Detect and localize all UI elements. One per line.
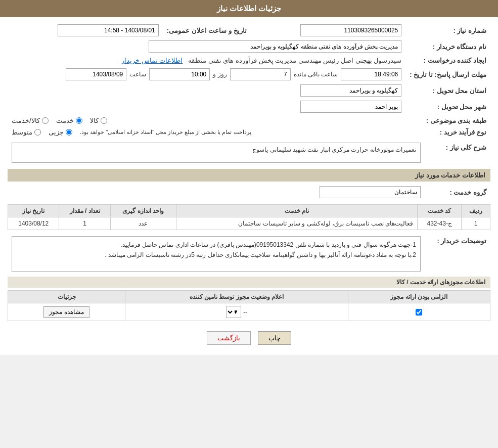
radio-jozii-input[interactable] bbox=[66, 129, 72, 136]
purchase-type-label: نوع فرآیند خرید : bbox=[405, 126, 490, 138]
radio-kala-khedmat: کالا/خدمت bbox=[12, 117, 49, 124]
cell-row: 1 bbox=[462, 217, 490, 230]
license-header-row: الزامی بودن ارائه مجوز اعلام وضعیت مجوز … bbox=[8, 291, 490, 303]
col-date: تاریخ نیاز bbox=[8, 205, 59, 217]
row-need-desc: شرح کلی نیاز : تعمیرات موتورخانه حرارت م… bbox=[8, 141, 490, 165]
row-creator: ایجاد کننده درخواست : سیدرسول بهجتی اصل … bbox=[8, 55, 490, 66]
required-checkbox[interactable] bbox=[416, 309, 422, 316]
row-purchase-type: نوع فرآیند خرید : متوسط جزیی پرداخت تمام… bbox=[8, 126, 490, 138]
radio-kala-khedmat-input[interactable] bbox=[42, 117, 49, 124]
cell-qty: 1 bbox=[59, 217, 110, 230]
deadline-date-input[interactable] bbox=[66, 68, 126, 80]
radio-kala: کالا bbox=[90, 117, 107, 124]
license-table-body: ▼ -- مشاهده مجوز bbox=[8, 303, 490, 321]
purchase-note: پرداخت تمام یا بخشی از مبلغ خریداز محل "… bbox=[80, 129, 251, 136]
license-row: ▼ -- مشاهده مجوز bbox=[8, 303, 490, 321]
deadline-time-input[interactable] bbox=[149, 68, 210, 80]
table-row: 1 ج-43-432 فعالیت‌های نصب تاسیسات برق، ل… bbox=[8, 217, 490, 230]
service-data-table: ردیف کد خدمت نام خدمت واحد اندازه گیری ت… bbox=[8, 204, 490, 230]
creator-value: سیدرسول بهجتی اصل رئیس مهندسی مدیریت پخش… bbox=[8, 55, 405, 66]
cell-unit: عدد bbox=[110, 217, 176, 230]
deadline-row: ساعت روز و ساعت باقی مانده bbox=[8, 66, 405, 82]
purchase-type-options: متوسط جزیی پرداخت تمام یا بخشی از مبلغ خ… bbox=[8, 126, 405, 138]
page-title: جزئیات اطلاعات نیاز bbox=[217, 4, 281, 13]
buyer-org-input[interactable] bbox=[149, 40, 401, 53]
province-input[interactable] bbox=[300, 84, 401, 97]
service-group-input[interactable] bbox=[320, 186, 421, 198]
view-license-button[interactable]: مشاهده مجوز bbox=[43, 306, 89, 318]
license-details: مشاهده مجوز bbox=[8, 303, 125, 321]
need-number-label: شماره نیاز : bbox=[405, 22, 490, 38]
buyer-org-value bbox=[8, 38, 405, 55]
license-status: ▼ -- bbox=[125, 303, 348, 321]
cell-code: ج-43-432 bbox=[418, 217, 462, 230]
buyer-desc-box: 1-جهت هرگونه سوال فنی و بازدید با شماره … bbox=[12, 236, 421, 272]
buyer-notes-table: توضیحات خریدار : 1-جهت هرگونه سوال فنی و… bbox=[8, 234, 490, 274]
city-label: شهر محل تحویل : bbox=[405, 99, 490, 115]
page-header: جزئیات اطلاعات نیاز bbox=[0, 0, 498, 17]
col-status: اعلام وضعیت مجوز توسط نامین کننده bbox=[125, 291, 348, 303]
status-select[interactable]: ▼ bbox=[226, 306, 241, 318]
buyer-org-label: نام دستگاه خریدار : bbox=[405, 38, 490, 55]
cell-date: 1403/08/12 bbox=[8, 217, 59, 230]
back-button[interactable]: بازگشت bbox=[207, 331, 251, 345]
col-details: جزئیات bbox=[8, 291, 125, 303]
radio-kala-input[interactable] bbox=[101, 117, 107, 124]
day-label: روز و bbox=[213, 71, 227, 78]
creator-link[interactable]: اطلاعات تماس خریدار bbox=[121, 57, 183, 64]
province-value bbox=[8, 82, 405, 99]
need-desc-table: شرح کلی نیاز : تعمیرات موتورخانه حرارت م… bbox=[8, 141, 490, 165]
announce-date-label: تاریخ و ساعت اعلان عمومی: bbox=[163, 22, 251, 38]
row-province: استان محل تحویل : bbox=[8, 82, 490, 99]
service-group-label: گروه خدمت : bbox=[425, 184, 490, 200]
col-required: الزامی بودن ارائه مجوز bbox=[348, 291, 490, 303]
remaining-label: ساعت باقی مانده bbox=[294, 71, 338, 78]
need-desc-label: شرح کلی نیاز : bbox=[425, 141, 490, 165]
license-table-header: الزامی بودن ارائه مجوز اعلام وضعیت مجوز … bbox=[8, 291, 490, 303]
row-city: شهر محل تحویل : bbox=[8, 99, 490, 115]
service-group-table: گروه خدمت : bbox=[8, 184, 490, 200]
row-deadline: مهلت ارسال پاسخ: تا تاریخ : ساعت روز و س… bbox=[8, 66, 490, 82]
need-number-value bbox=[251, 22, 406, 38]
row-category: طبقه بندی موضوعی : کالا/خدمت خدمت کالا bbox=[8, 115, 490, 126]
service-group-value bbox=[8, 184, 425, 200]
col-row: ردیف bbox=[462, 205, 490, 217]
need-number-input[interactable] bbox=[300, 24, 401, 36]
info-table: شماره نیاز : تاریخ و ساعت اعلان عمومی: ن… bbox=[8, 22, 490, 138]
buyer-notes-label: توضیحات خریدار : bbox=[425, 234, 490, 274]
col-name: نام خدمت bbox=[176, 205, 417, 217]
service-info-title: اطلاعات خدمات مورد نیاز bbox=[8, 169, 490, 182]
row-service-group: گروه خدمت : bbox=[8, 184, 490, 200]
creator-text: سیدرسول بهجتی اصل رئیس مهندسی مدیریت پخش… bbox=[188, 57, 401, 64]
col-qty: تعداد / مقدار bbox=[59, 205, 110, 217]
row-need-number: شماره نیاز : تاریخ و ساعت اعلان عمومی: bbox=[8, 22, 490, 38]
need-desc-value: تعمیرات موتورخانه حرارت مرکزی انبار نفت … bbox=[8, 141, 425, 165]
creator-label: ایجاد کننده درخواست : bbox=[405, 55, 490, 66]
radio-kala-label: کالا bbox=[90, 117, 99, 124]
content-area: شماره نیاز : تاریخ و ساعت اعلان عمومی: ن… bbox=[0, 17, 498, 355]
announce-date-value bbox=[8, 22, 163, 38]
announce-date-input[interactable] bbox=[58, 24, 159, 36]
cell-name: فعالیت‌های نصب تاسیسات برق، لوله‌کشی و س… bbox=[176, 217, 417, 230]
radio-khedmat-input[interactable] bbox=[76, 117, 82, 124]
status-value: -- bbox=[243, 308, 247, 316]
city-value bbox=[8, 99, 405, 115]
print-button[interactable]: چاپ bbox=[258, 331, 291, 345]
col-unit: واحد اندازه گیری bbox=[110, 205, 176, 217]
deadline-day-input[interactable] bbox=[230, 68, 291, 80]
radio-motavaset-label: متوسط bbox=[12, 128, 32, 136]
row-buyer-notes: توضیحات خریدار : 1-جهت هرگونه سوال فنی و… bbox=[8, 234, 490, 274]
license-section-label: اطلاعات مجوزهای ارائه خدمت / کالا bbox=[8, 277, 490, 288]
category-options: کالا/خدمت خدمت کالا bbox=[8, 115, 405, 126]
radio-khedmat: خدمت bbox=[56, 117, 82, 124]
radio-jozii-label: جزیی bbox=[49, 128, 64, 136]
remaining-time-input[interactable] bbox=[341, 68, 401, 80]
deadline-label: مهلت ارسال پاسخ: تا تاریخ : bbox=[405, 66, 490, 82]
license-table: الزامی بودن ارائه مجوز اعلام وضعیت مجوز … bbox=[8, 290, 490, 321]
buyer-notes-value: 1-جهت هرگونه سوال فنی و بازدید با شماره … bbox=[8, 234, 425, 274]
city-input[interactable] bbox=[300, 101, 401, 113]
radio-motavaset-input[interactable] bbox=[34, 129, 41, 136]
province-label: استان محل تحویل : bbox=[405, 82, 490, 99]
service-header-row: ردیف کد خدمت نام خدمت واحد اندازه گیری ت… bbox=[8, 205, 490, 217]
service-table-header: ردیف کد خدمت نام خدمت واحد اندازه گیری ت… bbox=[8, 205, 490, 217]
